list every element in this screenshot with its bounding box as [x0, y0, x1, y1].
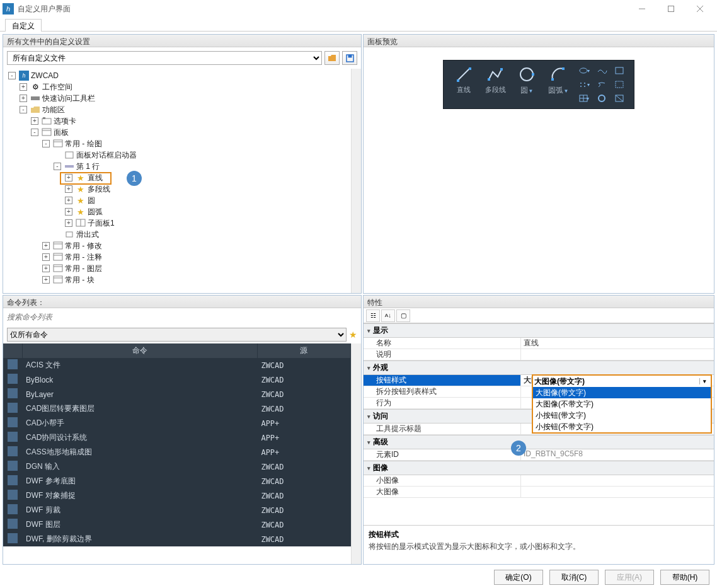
table-row[interactable]: DGN 输入ZWCAD: [3, 459, 351, 474]
apply-button[interactable]: 应用(A): [605, 570, 654, 585]
tree-node[interactable]: +子面板1: [6, 217, 348, 229]
open-file-button[interactable]: [324, 51, 340, 65]
properties-grid[interactable]: ▾显示名称直线说明▾外观按钮样式大图像(带文字)拆分按钮列表样式行为▾访问工具提…: [364, 323, 714, 525]
table-row[interactable]: ByBlockZWCAD: [3, 372, 351, 387]
tree-node[interactable]: +常用 - 修改: [6, 240, 348, 251]
table-row[interactable]: DWF, 删除剪裁边界ZWCAD: [3, 532, 351, 546]
tree-node[interactable]: -功能区: [6, 104, 348, 115]
expander-icon[interactable]: +: [65, 174, 72, 182]
table-row[interactable]: DWF 剪裁ZWCAD: [3, 503, 351, 517]
tree-node[interactable]: 面板对话框启动器: [6, 149, 348, 161]
tree-node[interactable]: +★直线: [6, 172, 348, 183]
expander-icon[interactable]: +: [65, 219, 72, 227]
ribbon-button-line[interactable]: 直线: [450, 64, 478, 105]
cancel-button[interactable]: 取消(C): [549, 570, 599, 585]
star-icon[interactable]: ★: [349, 330, 357, 340]
property-category[interactable]: ▾显示: [364, 323, 714, 338]
chevron-down-icon[interactable]: ▾: [699, 378, 709, 384]
expander-icon[interactable]: -: [54, 163, 61, 170]
ok-button[interactable]: 确定(O): [494, 570, 543, 585]
col-command[interactable]: 命令: [22, 343, 257, 358]
expander-icon[interactable]: +: [20, 83, 27, 91]
tree-node[interactable]: +常用 - 块: [6, 274, 348, 285]
property-row[interactable]: 大图像: [364, 487, 714, 498]
property-value[interactable]: ID_RBTN_9C5F8: [521, 449, 714, 460]
property-row[interactable]: 说明: [364, 349, 714, 360]
expander-icon[interactable]: +: [42, 242, 50, 250]
expander-icon[interactable]: +: [42, 276, 50, 284]
ribbon-button-arc[interactable]: 圆弧 ▼: [544, 64, 572, 105]
tree-node[interactable]: +常用 - 图层: [6, 263, 348, 274]
tree-node[interactable]: +★圆弧: [6, 206, 348, 217]
tree-node[interactable]: -第 1 行: [6, 161, 348, 172]
dropdown-option[interactable]: 小按钮(不带文字): [533, 421, 711, 432]
tree-node[interactable]: +快速访问工具栏: [6, 93, 348, 104]
table-row[interactable]: CAD图层转要素图层ZWCAD: [3, 401, 351, 416]
minimize-button[interactable]: [628, 0, 657, 18]
ribbon-button-circle[interactable]: 圆 ▼: [513, 64, 541, 105]
table-row[interactable]: CAD协同设计系统APP+: [3, 430, 351, 445]
col-source[interactable]: 源: [257, 343, 350, 358]
property-category[interactable]: ▾图像: [364, 461, 714, 475]
expander-icon[interactable]: +: [20, 95, 27, 102]
tree-node[interactable]: +选项卡: [6, 115, 348, 127]
expander-icon[interactable]: -: [31, 129, 38, 136]
expander-icon[interactable]: -: [20, 106, 27, 113]
expander-icon[interactable]: +: [42, 253, 50, 261]
commands-scrollbar[interactable]: [351, 343, 361, 564]
tree-node[interactable]: +常用 - 注释: [6, 251, 348, 263]
maximize-button[interactable]: [657, 0, 685, 18]
property-row[interactable]: 名称直线: [364, 338, 714, 349]
ribbon-small-spline[interactable]: [595, 65, 608, 76]
tree-node[interactable]: +★多段线: [6, 183, 348, 195]
tree-node[interactable]: -常用 - 绘图: [6, 138, 348, 149]
ribbon-small-helix[interactable]: [595, 79, 608, 90]
ribbon-button-polyline[interactable]: 多段线: [481, 64, 509, 105]
table-row[interactable]: CASS地形地籍成图APP+: [3, 445, 351, 459]
customize-file-select[interactable]: 所有自定义文件: [7, 51, 322, 65]
expander-icon[interactable]: +: [42, 265, 50, 272]
ribbon-small-ellipse[interactable]: ▾: [578, 65, 590, 76]
save-file-button[interactable]: [342, 51, 357, 65]
sort-az-button[interactable]: A↓: [381, 309, 395, 322]
ribbon-small-wipeout[interactable]: [613, 93, 626, 104]
property-value[interactable]: 直线: [521, 338, 714, 349]
tree-node[interactable]: 滑出式: [6, 229, 348, 240]
tree-node[interactable]: -hZWCAD: [6, 70, 348, 81]
property-value[interactable]: [521, 349, 714, 360]
table-row[interactable]: ByLayerZWCAD: [3, 387, 351, 401]
table-row[interactable]: DWF 图层ZWCAD: [3, 517, 351, 532]
property-row[interactable]: 小图像: [364, 475, 714, 487]
property-category[interactable]: ▾外观: [364, 360, 714, 375]
help-button[interactable]: 帮助(H): [660, 570, 709, 585]
customize-tree[interactable]: -hZWCAD+⚙工作空间+快速访问工具栏-功能区+选项卡-面板-常用 - 绘图…: [3, 69, 351, 293]
ribbon-small-points[interactable]: ▾: [578, 79, 590, 90]
table-row[interactable]: DWF 对象捕捉ZWCAD: [3, 488, 351, 503]
ribbon-small-region[interactable]: [613, 79, 626, 90]
ribbon-small-donut[interactable]: [595, 93, 608, 104]
expander-icon[interactable]: +: [65, 197, 72, 204]
table-row[interactable]: ACIS 文件ZWCAD: [3, 358, 351, 372]
props-pages-button[interactable]: ▢: [396, 309, 410, 322]
tree-node[interactable]: -面板: [6, 127, 348, 138]
property-value[interactable]: [521, 487, 714, 497]
table-row[interactable]: CAD小帮手APP+: [3, 416, 351, 430]
property-category[interactable]: ▾高级: [364, 435, 714, 449]
command-search-input[interactable]: [7, 311, 357, 323]
dropdown-option[interactable]: 大图像(不带文字): [533, 398, 711, 410]
expander-icon[interactable]: +: [65, 185, 72, 193]
table-row[interactable]: DWF 参考底图ZWCAD: [3, 474, 351, 488]
dropdown-option[interactable]: 大图像(带文字): [533, 387, 711, 398]
tree-scrollbar[interactable]: [351, 69, 361, 293]
expander-icon[interactable]: +: [31, 117, 38, 125]
tree-node[interactable]: +★圆: [6, 195, 348, 206]
tree-node[interactable]: +⚙工作空间: [6, 81, 348, 93]
ribbon-small-hatch[interactable]: ▾: [578, 93, 590, 104]
commands-table[interactable]: 命令 源 ACIS 文件ZWCADByBlockZWCADByLayerZWCA…: [3, 343, 351, 546]
command-filter-select[interactable]: 仅所有命令: [7, 328, 347, 342]
categorized-view-button[interactable]: ☷: [366, 309, 380, 322]
expander-icon[interactable]: +: [65, 208, 72, 216]
ribbon-small-rect[interactable]: [613, 65, 626, 76]
expander-icon[interactable]: -: [42, 140, 50, 147]
property-row[interactable]: 元素IDID_RBTN_9C5F8: [364, 449, 714, 461]
